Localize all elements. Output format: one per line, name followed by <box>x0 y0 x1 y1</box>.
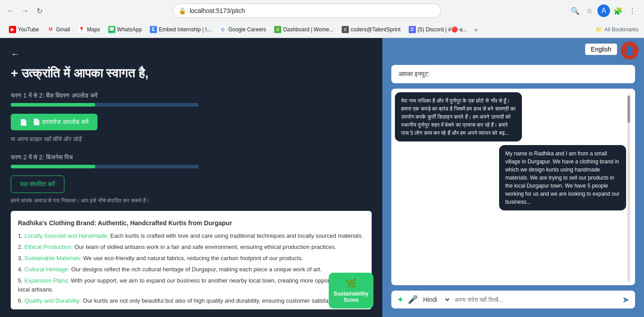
scrollbar-track <box>627 94 630 282</box>
youtube-favicon: ▶ <box>9 26 16 33</box>
pitch-text-3: We use eco-friendly and natural fabrics,… <box>83 255 303 261</box>
bookmark-button[interactable]: ☆ <box>583 4 596 17</box>
chat-scrollbar[interactable] <box>626 92 631 282</box>
sustainability-label: Sustainability Score <box>329 291 373 303</box>
pitch-label-2: Ethical Production: <box>24 244 72 250</box>
scrollbar-thumb <box>627 96 630 123</box>
send-button[interactable]: ➤ <box>622 294 630 305</box>
pitch-item-1: 1. Locally Sourced and Handmade: Each ku… <box>18 231 364 241</box>
folder-icon: 📁 <box>596 26 602 33</box>
upload-button[interactable]: 📄 📄 दस्तावेज़ अपलोड करें <box>11 114 97 130</box>
address-bar[interactable]: 🔒 localhost:5173/pitch <box>173 4 441 18</box>
drag-drop-text: या अपना फ़ाइल यहाँ खींचें और छोड़ें <box>11 136 372 143</box>
edit-button-label: पाठ संपादित करें <box>20 180 55 188</box>
pitch-item-2: 2. Ethical Production: Our team of skill… <box>18 243 364 252</box>
sustainability-icon: 🌿 <box>346 278 357 289</box>
forward-button[interactable]: → <box>20 5 30 16</box>
chat-area: मेरा नाम राधिका है और मैं दुर्गापुर के ए… <box>391 89 635 285</box>
refresh-button[interactable]: ↻ <box>34 5 45 16</box>
bookmark-maps[interactable]: 📍 Maps <box>75 24 104 35</box>
pitch-label-4: Cultural Heritage: <box>24 266 69 273</box>
language-button[interactable]: English <box>585 43 617 55</box>
bot-message: My name is Radhika and I am from a small… <box>499 145 626 210</box>
bookmark-coders-label: coders@TalentSprint <box>351 26 401 33</box>
bookmark-gmail[interactable]: M Gmail <box>43 24 73 35</box>
pitch-num-4: 4. <box>18 266 24 273</box>
pitch-num-6: 6. <box>18 297 24 304</box>
profile-circle[interactable]: A <box>597 4 610 17</box>
pitch-text-1: Each kurtis is crafted with love and car… <box>110 232 363 239</box>
pitch-text-2: Our team of skilled artisans work in a f… <box>75 244 336 250</box>
bookmark-discord[interactable]: D (5) Discord | #🔴-a... <box>405 24 471 35</box>
discord-favicon: D <box>409 26 416 33</box>
maps-favicon: 📍 <box>78 26 85 33</box>
address-text: localhost:5173/pitch <box>190 7 435 14</box>
pitch-item-7: 7. Competitive Pricing: Despite our comm… <box>18 308 364 309</box>
more-button[interactable]: ⋮ <box>626 4 639 17</box>
google-favicon: G <box>219 26 226 33</box>
bookmark-whatsapp-label: WhatsApp <box>117 26 142 33</box>
user-avatar[interactable]: 👤 <box>621 42 639 60</box>
embed-favicon: E <box>150 26 157 33</box>
bookmarks-bar: ▶ YouTube M Gmail 📍 Maps 💬 WhatsApp E Em… <box>0 21 644 38</box>
bookmark-youtube[interactable]: ▶ YouTube <box>5 24 42 35</box>
bookmark-google-careers[interactable]: G Google Careers <box>216 24 270 35</box>
whatsapp-favicon: 💬 <box>108 26 115 33</box>
upload-icon: 📄 <box>20 119 27 126</box>
pitch-item-4: 4. Cultural Heritage: Our designs reflec… <box>18 265 364 274</box>
pitch-text-4: Our designs reflect the rich cultural he… <box>71 266 322 273</box>
bookmark-discord-label: (5) Discord | #🔴-a... <box>418 26 467 33</box>
search-button[interactable]: 🔍 <box>569 4 581 17</box>
bookmark-gmail-label: Gmail <box>56 26 70 33</box>
pitch-num-1: 1. <box>18 232 24 239</box>
bookmarks-more-button[interactable]: » <box>471 24 480 35</box>
browser-nav: ← → ↻ 🔒 localhost:5173/pitch 🔍 ☆ A 🧩 ⋮ <box>0 0 644 21</box>
pitch-text-6: Our kurtis are not only beautiful but al… <box>83 297 342 304</box>
pitch-item-6: 6. Quality and Durability: Our kurtis ar… <box>18 296 364 306</box>
step1-progress-bar <box>11 103 199 107</box>
pitch-item-3: 3. Sustainable Materials: We use eco-fri… <box>18 254 364 263</box>
all-bookmarks-label: All Bookmarks <box>604 26 639 33</box>
bookmark-youtube-label: YouTube <box>18 26 39 33</box>
bookmark-dashboard-label: Dashboard | Wome... <box>283 26 334 33</box>
title-text: + उत्क्रांति में आपका स्वागत है, <box>11 66 148 81</box>
chat-messages: मेरा नाम राधिका है और मैं दुर्गापुर के ए… <box>395 92 626 282</box>
chat-input-field[interactable] <box>454 296 619 303</box>
back-button[interactable]: ← <box>5 5 16 16</box>
mic-icon[interactable]: 🎤 <box>408 295 418 304</box>
bookmark-dashboard[interactable]: ⚡ Dashboard | Wome... <box>271 24 337 35</box>
step2-progress-fill <box>11 165 95 168</box>
pitch-num-5: 5. <box>18 277 24 284</box>
pitch-label-3: Sustainable Materials: <box>24 255 81 261</box>
step1-label: चरण 1 में से 2: बैंक विवरण अपलोड करें <box>11 92 372 99</box>
pitch-label-5: Expansion Plans: <box>24 277 69 284</box>
step2-label: चरण 2 में से 2: बिजनेस पिच <box>11 154 372 161</box>
bookmark-coders[interactable]: C coders@TalentSprint <box>338 24 404 35</box>
pitch-label-7: Competitive Pricing: <box>24 308 76 309</box>
bookmark-whatsapp[interactable]: 💬 WhatsApp <box>105 24 145 35</box>
step1-progress-fill <box>11 103 95 107</box>
step2-progress-bar <box>11 165 199 168</box>
pitch-box[interactable]: Radhika's Clothing Brand: Authentic, Han… <box>11 211 372 309</box>
back-arrow-button[interactable]: ← <box>11 49 20 59</box>
user-message: मेरा नाम राधिका है और मैं दुर्गापुर के ए… <box>395 92 522 141</box>
pitch-title: Radhika's Clothing Brand: Authentic, Han… <box>18 218 364 228</box>
extension-button[interactable]: 🧩 <box>612 4 624 17</box>
sustainability-score-button[interactable]: 🌿 Sustainability Score <box>329 273 373 308</box>
input-label: आपका इनपुट: <box>398 70 430 77</box>
all-bookmarks-button[interactable]: 📁 All Bookmarks <box>596 26 639 33</box>
extract-text: हमने आपके आवाज़ से पाठ निकाला। आप इसे नी… <box>11 197 372 204</box>
bookmark-embed-label: Embed Internship | I... <box>159 26 211 33</box>
bookmark-embed[interactable]: E Embed Internship | I... <box>146 24 215 35</box>
language-select[interactable]: Hindi English <box>421 296 451 304</box>
browser-chrome: ← → ↻ 🔒 localhost:5173/pitch 🔍 ☆ A 🧩 ⋮ ▶… <box>0 0 644 38</box>
edit-button[interactable]: पाठ संपादित करें <box>11 176 64 193</box>
sparkle-icon: ✦ <box>397 294 404 305</box>
coders-favicon: C <box>342 26 349 33</box>
page-title: + उत्क्रांति में आपका स्वागत है, <box>11 66 372 81</box>
gmail-favicon: M <box>47 26 54 33</box>
left-panel: ← + उत्क्रांति में आपका स्वागत है, चरण 1… <box>0 38 382 317</box>
pitch-num-3: 3. <box>18 255 24 261</box>
lock-icon: 🔒 <box>178 7 186 14</box>
pitch-label-1: Locally Sourced and Handmade: <box>24 232 109 239</box>
